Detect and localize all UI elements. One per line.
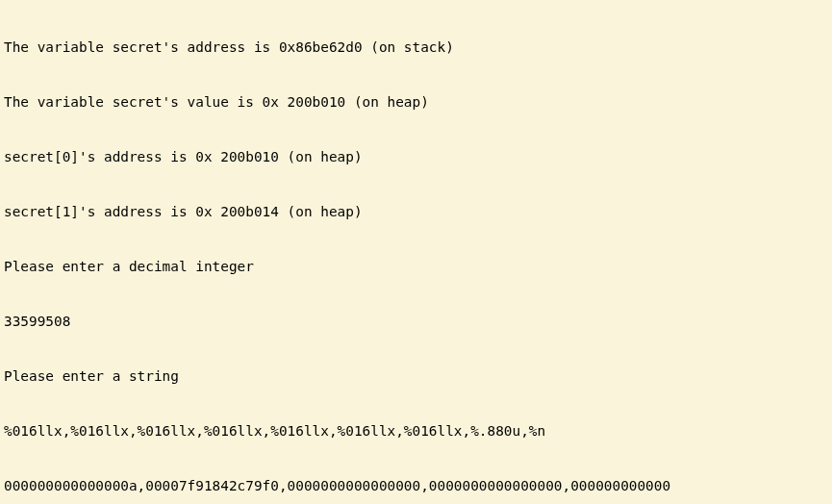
output-line: Please enter a string [4, 367, 828, 386]
output-line: Please enter a decimal integer [4, 258, 828, 276]
output-line: %016llx,%016llx,%016llx,%016llx,%016llx,… [4, 422, 828, 441]
terminal-output[interactable]: The variable secret's address is 0x86be6… [4, 2, 828, 504]
output-line: secret[0]'s address is 0x 200b010 (on he… [4, 148, 828, 166]
output-line: The variable secret's address is 0x86be6… [4, 38, 828, 57]
output-line: 000000000000000a,00007f91842c79f0,000000… [4, 477, 828, 495]
output-line: 33599508 [4, 313, 828, 331]
output-line: secret[1]'s address is 0x 200b014 (on he… [4, 203, 828, 221]
output-line: The variable secret's value is 0x 200b01… [4, 93, 828, 112]
